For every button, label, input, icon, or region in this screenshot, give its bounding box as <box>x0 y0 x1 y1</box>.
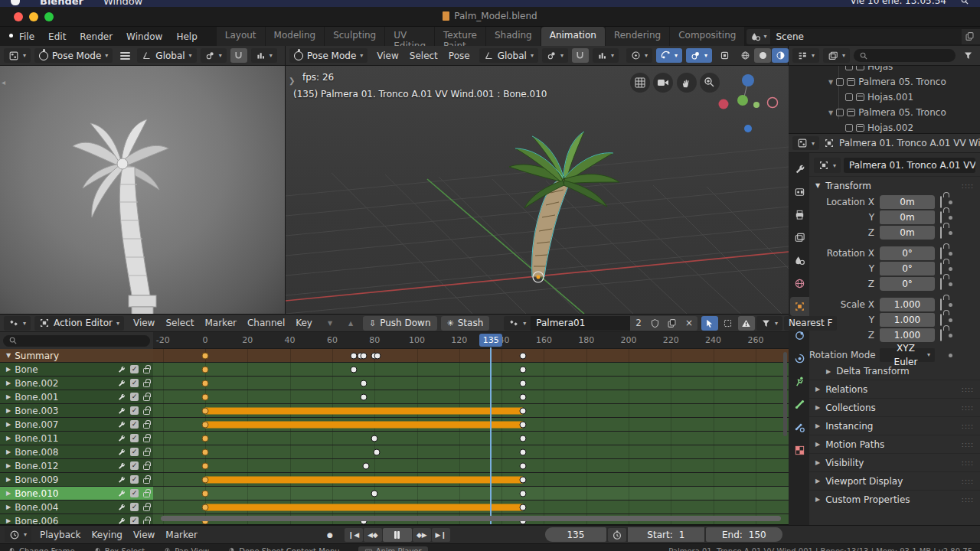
frame-start-field[interactable]: Start:1 <box>628 527 704 542</box>
overlays-toggle[interactable]: ▾ <box>686 48 712 63</box>
scene-name-field[interactable]: Scene <box>770 29 962 44</box>
channel-row-bone[interactable]: ▶Bone✓ <box>0 363 789 377</box>
menu-file[interactable]: File <box>12 29 41 44</box>
object-name-field[interactable]: Palmera 01. Tronco A.01 VV W.. <box>844 158 975 173</box>
transform-value-field[interactable]: 1.000 <box>880 313 935 327</box>
timeline-menu-keying[interactable]: Keying <box>87 530 128 540</box>
channel-lock-icon[interactable] <box>143 396 150 401</box>
modifier-wrench-icon[interactable] <box>117 379 126 387</box>
keyframe-selected[interactable] <box>202 476 209 483</box>
channel-row-bone-003[interactable]: ▶Bone.003✓ <box>0 404 789 418</box>
properties-tab-render[interactable] <box>790 182 809 201</box>
panel-visibility[interactable]: ▶Visibility:::: <box>809 453 980 471</box>
modifier-wrench-icon[interactable] <box>117 503 126 511</box>
timeline-menu-playback[interactable]: Playback <box>34 530 87 540</box>
keyframe-selected[interactable] <box>202 504 209 510</box>
channel-enable-checkbox[interactable]: ✓ <box>130 461 139 470</box>
properties-tab-scene[interactable] <box>790 251 809 270</box>
current-frame-badge[interactable]: 135 <box>479 334 502 347</box>
viewport-menu-select[interactable]: Select <box>404 51 443 61</box>
properties-tab-bone[interactable] <box>790 395 809 414</box>
shading-solid-button[interactable] <box>754 48 771 63</box>
animate-dot[interactable] <box>949 201 952 204</box>
keyframe[interactable] <box>519 407 526 414</box>
dope-menu-view[interactable]: View <box>128 318 160 328</box>
animate-dot[interactable] <box>949 303 952 307</box>
modifier-wrench-icon[interactable] <box>117 475 126 484</box>
breadcrumb-object-name[interactable]: Palmera 01. Tronco A.01 VV Wind. <box>839 138 980 148</box>
panel-motion-paths[interactable]: ▶Motion Paths:::: <box>809 435 980 453</box>
keyframe-selected[interactable] <box>202 407 209 414</box>
gizmos-toggle[interactable]: ▾ <box>656 48 682 63</box>
keyframe[interactable] <box>361 393 368 400</box>
transform-value-field[interactable]: 0° <box>880 262 935 276</box>
stash-button[interactable]: ✳Stash <box>441 316 490 331</box>
properties-tab-texture[interactable] <box>790 441 809 460</box>
record-button[interactable]: ● <box>321 528 339 542</box>
use-preview-range-button[interactable] <box>608 528 626 542</box>
menu-render[interactable]: Render <box>73 29 119 44</box>
workspace-tab-shading[interactable]: Shading <box>486 27 541 46</box>
keyframe-selected[interactable] <box>202 352 209 359</box>
channel-search-input[interactable] <box>3 335 150 347</box>
animate-dot[interactable] <box>949 267 952 271</box>
outliner-item[interactable]: Hojas <box>789 66 980 74</box>
object-id-icon-button[interactable]: ▾ <box>814 158 841 173</box>
action-users-count[interactable]: 2 <box>630 316 647 331</box>
current-frame-field[interactable]: 135 <box>545 527 606 542</box>
animate-dot[interactable] <box>949 252 952 256</box>
held-keyframe-bar[interactable] <box>205 476 523 483</box>
held-keyframe-bar[interactable] <box>205 407 523 414</box>
held-keyframe-bar[interactable] <box>205 421 523 428</box>
lock-icon[interactable] <box>940 227 942 238</box>
channel-row-summary[interactable]: ▼Summary <box>0 349 789 363</box>
animate-dot[interactable] <box>949 282 952 286</box>
timeline-editor-type-button[interactable]: ▾ <box>5 527 31 542</box>
properties-tab-tool[interactable] <box>790 159 809 178</box>
channel-row-bone-009[interactable]: ▶Bone.009✓ <box>0 473 789 487</box>
keyframe[interactable] <box>519 504 526 510</box>
panel-relations[interactable]: ▶Relations:::: <box>809 380 980 398</box>
panel-instancing[interactable]: ▶Instancing:::: <box>809 416 980 435</box>
channel-enable-checkbox[interactable]: ✓ <box>130 489 139 497</box>
properties-tab-view-layer[interactable] <box>790 228 809 247</box>
orientation-selector[interactable]: Global▾ <box>479 48 538 63</box>
playhead[interactable] <box>490 347 492 524</box>
channel-lock-icon[interactable] <box>143 520 150 524</box>
keyframe[interactable] <box>519 393 526 400</box>
channel-enable-checkbox[interactable]: ✓ <box>130 503 139 511</box>
region-collapse-arrow-left[interactable]: ◂ <box>2 78 5 86</box>
channel-lock-icon[interactable] <box>143 506 150 511</box>
properties-tab-bone-constraints[interactable] <box>790 418 809 437</box>
prev-keyframe-button[interactable]: ◀◆ <box>364 528 382 542</box>
workspace-tab-sculpting[interactable]: Sculpting <box>325 27 385 46</box>
modifier-wrench-icon[interactable] <box>117 434 126 442</box>
shading-material-button[interactable] <box>772 48 789 63</box>
push-down-button[interactable]: ⇩Push Down <box>363 316 437 331</box>
box-select-toggle[interactable] <box>720 316 737 331</box>
lock-icon[interactable] <box>940 197 942 207</box>
menu-edit[interactable]: Edit <box>41 29 73 44</box>
transform-value-field[interactable]: 0° <box>880 246 935 260</box>
dope-menu-channel[interactable]: Channel <box>242 318 290 328</box>
vertical-scrollbar[interactable] <box>783 352 787 436</box>
workspace-tab-compositing[interactable]: Compositing <box>670 27 745 46</box>
lock-icon[interactable] <box>940 263 942 274</box>
timeline-menu-marker[interactable]: Marker <box>160 530 202 540</box>
keyframe[interactable] <box>519 462 526 469</box>
xray-toggle[interactable] <box>716 48 733 63</box>
orientation-selector-left[interactable]: Global▾ <box>137 48 196 63</box>
region-collapse-arrow[interactable]: ❯ <box>289 77 295 85</box>
keyframe-selected[interactable] <box>202 421 209 428</box>
outliner-filter-button[interactable] <box>959 48 976 63</box>
channel-enable-checkbox[interactable]: ✓ <box>130 420 139 429</box>
channel-lock-icon[interactable] <box>143 451 150 456</box>
keyframe-selected[interactable] <box>202 366 209 373</box>
channel-row-bone-007[interactable]: ▶Bone.007✓ <box>0 418 789 432</box>
channel-lock-icon[interactable] <box>143 437 150 442</box>
transform-value-field[interactable]: 1.000 <box>880 328 935 342</box>
mode-selector[interactable]: Pose Mode▾ <box>289 48 368 63</box>
animate-dot[interactable] <box>949 318 952 322</box>
channel-lock-icon[interactable] <box>143 492 150 497</box>
fake-user-shield-button[interactable] <box>647 316 664 331</box>
